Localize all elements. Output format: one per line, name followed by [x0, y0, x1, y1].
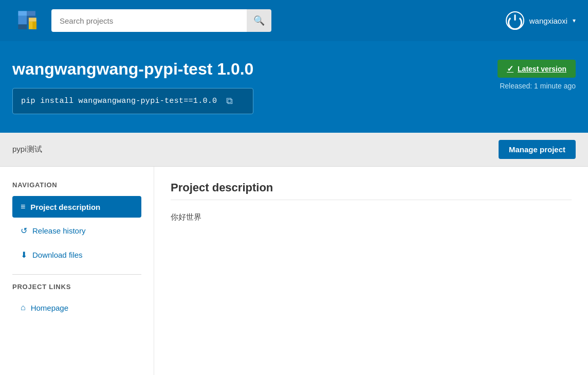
breadcrumb-bar: pypi测试 Manage project	[0, 133, 588, 167]
menu-icon: ≡	[21, 202, 25, 211]
svg-rect-3	[27, 11, 35, 15]
header-left: 🔍	[12, 5, 271, 36]
svg-rect-2	[18, 11, 27, 15]
sidebar: Navigation ≡ Project description ↺ Relea…	[0, 167, 154, 375]
search-icon: 🔍	[253, 15, 265, 26]
pip-command-text: pip install wangwangwang-pypi-test==1.0.…	[21, 97, 217, 105]
hero-right: ✓ Latest version Released: 1 minute ago	[498, 60, 576, 90]
sidebar-item-download-files[interactable]: ⬇ Download files	[12, 244, 141, 266]
manage-project-button[interactable]: Manage project	[499, 140, 576, 159]
sidebar-item-label-download-files: Download files	[32, 251, 83, 259]
username-label: wangxiaoxi	[529, 16, 567, 25]
navigation-heading: Navigation	[12, 181, 141, 189]
pip-command-box: pip install wangwangwang-pypi-test==1.0.…	[12, 88, 253, 114]
package-title: wangwangwang-pypi-test 1.0.0	[12, 60, 253, 79]
sidebar-divider	[12, 274, 141, 275]
search-input[interactable]	[51, 9, 247, 32]
latest-version-label: Latest version	[518, 65, 566, 73]
home-icon: ⌂	[21, 303, 26, 312]
check-icon: ✓	[507, 64, 513, 74]
hero-banner: wangwangwang-pypi-test 1.0.0 pip install…	[0, 41, 588, 133]
search-form[interactable]: 🔍	[51, 9, 271, 32]
history-icon: ↺	[21, 226, 27, 236]
latest-version-button[interactable]: ✓ Latest version	[498, 60, 576, 78]
svg-rect-0	[18, 16, 27, 25]
breadcrumb-text: pypi测试	[12, 145, 42, 154]
sidebar-item-release-history[interactable]: ↺ Release history	[12, 220, 141, 242]
power-icon	[506, 11, 524, 30]
search-button[interactable]: 🔍	[247, 9, 271, 32]
released-text: Released: 1 minute ago	[498, 82, 576, 90]
copy-icon: ⧉	[226, 96, 233, 106]
sidebar-item-label-homepage: Homepage	[31, 303, 68, 312]
project-description-body: 你好世界	[171, 210, 572, 224]
main-content: Project description 你好世界	[154, 167, 588, 375]
svg-rect-6	[29, 17, 36, 21]
logo[interactable]	[12, 5, 43, 36]
copy-button[interactable]: ⧉	[224, 95, 235, 108]
content-area: Navigation ≡ Project description ↺ Relea…	[0, 167, 588, 375]
sidebar-item-project-description[interactable]: ≡ Project description	[12, 196, 141, 218]
user-menu[interactable]: wangxiaoxi ▾	[506, 11, 576, 30]
sidebar-item-homepage[interactable]: ⌂ Homepage	[12, 298, 141, 317]
project-links-heading: Project links	[12, 283, 141, 291]
download-icon: ⬇	[21, 250, 27, 260]
sidebar-item-label-project-description: Project description	[30, 203, 100, 211]
sidebar-item-label-release-history: Release history	[32, 226, 85, 235]
project-description-heading: Project description	[171, 181, 572, 200]
svg-rect-4	[18, 24, 27, 29]
dropdown-arrow-icon: ▾	[573, 17, 576, 24]
svg-rect-7	[32, 22, 36, 29]
header: 🔍 wangxiaoxi ▾	[0, 0, 588, 41]
